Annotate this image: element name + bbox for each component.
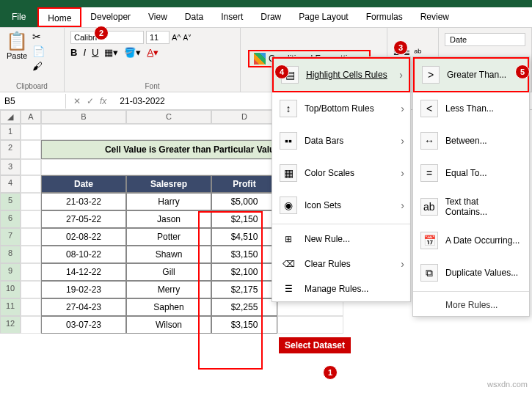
- menu-highlight-cells-rules[interactable]: ▤ Highlight Cells Rules: [272, 57, 410, 92]
- cell[interactable]: [21, 246, 41, 263]
- manage-icon: ☰: [280, 284, 297, 294]
- cf-dropdown: ▤ Highlight Cells Rules ↕ Top/Bottom Rul…: [272, 56, 411, 302]
- date-icon: 📅: [420, 232, 438, 249]
- menu-color-scales[interactable]: ▦ Color Scales: [272, 157, 410, 189]
- tab-view[interactable]: View: [139, 7, 176, 27]
- row-2[interactable]: 2: [0, 140, 21, 159]
- row-6[interactable]: 6: [0, 210, 21, 228]
- tab-formulas[interactable]: Formulas: [357, 7, 412, 27]
- tab-file[interactable]: File: [0, 7, 37, 27]
- tab-data[interactable]: Data: [176, 7, 212, 27]
- row-3[interactable]: 3: [0, 159, 21, 175]
- bold-button[interactable]: B: [70, 47, 77, 58]
- menu-less-than[interactable]: < Less Than...: [413, 92, 529, 125]
- row-5[interactable]: 5: [0, 193, 21, 210]
- menu-label: A Date Occurring...: [445, 235, 520, 246]
- cut-icon[interactable]: ✂: [32, 31, 45, 43]
- menu-equal-to[interactable]: = Equal To...: [413, 157, 529, 189]
- tab-draw[interactable]: Draw: [252, 7, 290, 27]
- cell-profit[interactable]: $5,000: [211, 193, 277, 210]
- cell-date[interactable]: 27-04-23: [41, 298, 126, 316]
- row-12[interactable]: 12: [0, 316, 21, 334]
- text-icon: ab: [420, 198, 438, 216]
- menu-label: Manage Rules...: [305, 284, 368, 294]
- border-icon[interactable]: ▦▾: [104, 47, 118, 58]
- enter-icon[interactable]: ✓: [87, 96, 94, 106]
- menu-icon-sets[interactable]: ◉ Icon Sets: [272, 189, 410, 221]
- cell[interactable]: [21, 316, 41, 334]
- cell[interactable]: [21, 228, 41, 246]
- cell[interactable]: [21, 281, 41, 298]
- col-A[interactable]: A: [21, 110, 41, 124]
- tab-pagelayout[interactable]: Page Layout: [290, 7, 357, 27]
- menu-label: Text that Contains...: [445, 196, 522, 217]
- menu-text-contains[interactable]: ab Text that Contains...: [413, 189, 529, 224]
- decrease-font-icon[interactable]: A˅: [183, 34, 192, 42]
- row-1[interactable]: 1: [0, 124, 21, 140]
- menu-clear-rules[interactable]: ⌫ Clear Rules: [272, 251, 410, 276]
- fx-icon[interactable]: fx: [100, 96, 106, 106]
- cell-date[interactable]: 08-10-22: [41, 246, 126, 263]
- cell[interactable]: [21, 124, 41, 140]
- menu-date-occurring[interactable]: 📅 A Date Occurring...: [413, 224, 529, 257]
- cell[interactable]: [21, 193, 41, 210]
- fill-color-icon[interactable]: 🪣▾: [124, 47, 141, 58]
- number-format-select[interactable]: Date: [445, 33, 525, 46]
- col-B[interactable]: B: [41, 110, 126, 124]
- underline-button[interactable]: U: [92, 47, 98, 58]
- menu-more-rules[interactable]: More Rules...: [413, 294, 529, 316]
- cell[interactable]: [21, 175, 41, 193]
- select-all[interactable]: ◢: [0, 110, 21, 124]
- menu-separator: [272, 224, 410, 224]
- row-7[interactable]: 7: [0, 228, 21, 246]
- increase-font-icon[interactable]: A^: [172, 33, 181, 42]
- menu-label: Between...: [445, 136, 487, 146]
- row-8[interactable]: 8: [0, 246, 21, 263]
- cell-date[interactable]: 19-02-23: [41, 281, 126, 298]
- cell-date[interactable]: 27-05-22: [41, 210, 126, 228]
- header-date[interactable]: Date: [41, 175, 126, 193]
- menu-duplicate-values[interactable]: ⧉ Duplicate Values...: [413, 257, 529, 289]
- cancel-icon[interactable]: ✕: [73, 96, 81, 106]
- format-painter-icon[interactable]: 🖌: [32, 60, 45, 72]
- copy-icon[interactable]: 📄: [32, 45, 45, 57]
- tab-insert[interactable]: Insert: [212, 7, 252, 27]
- formula-value[interactable]: 21-03-2022: [114, 94, 170, 109]
- header-salesrep[interactable]: Salesrep: [126, 175, 211, 193]
- menu-top-bottom-rules[interactable]: ↕ Top/Bottom Rules: [272, 92, 410, 125]
- cell[interactable]: [21, 298, 41, 316]
- cell-date[interactable]: 03-07-23: [41, 316, 126, 334]
- tab-home[interactable]: Home: [37, 7, 81, 27]
- menu-greater-than[interactable]: > Greater Than...: [413, 57, 529, 92]
- cell-date[interactable]: 02-08-22: [41, 228, 126, 246]
- cell-rep[interactable]: Harry: [126, 193, 211, 210]
- row-4[interactable]: 4: [0, 175, 21, 193]
- cell[interactable]: [21, 210, 41, 228]
- menu-manage-rules[interactable]: ☰ Manage Rules...: [272, 276, 410, 301]
- tab-developer[interactable]: Developer: [81, 7, 139, 27]
- menu-label: Icon Sets: [305, 200, 341, 210]
- col-C[interactable]: C: [126, 110, 211, 124]
- cell[interactable]: [21, 159, 41, 175]
- italic-button[interactable]: I: [83, 47, 86, 58]
- cell-date[interactable]: 14-12-22: [41, 263, 126, 281]
- col-D[interactable]: D: [211, 110, 277, 124]
- row-9[interactable]: 9: [0, 263, 21, 281]
- menu-new-rule[interactable]: ⊞ New Rule...: [272, 227, 410, 251]
- tab-review[interactable]: Review: [412, 7, 458, 27]
- name-box[interactable]: B5: [0, 94, 66, 109]
- header-profit[interactable]: Profit: [211, 175, 277, 193]
- cell[interactable]: [21, 263, 41, 281]
- cell-date[interactable]: 21-03-22: [41, 193, 126, 210]
- cell[interactable]: [277, 316, 343, 334]
- paste-label: Paste: [6, 51, 28, 60]
- cell[interactable]: [21, 140, 41, 159]
- font-size-select[interactable]: [146, 31, 170, 44]
- font-color-icon[interactable]: A▾: [147, 47, 158, 58]
- callout-1: 1: [323, 365, 338, 380]
- row-10[interactable]: 10: [0, 281, 21, 298]
- menu-between[interactable]: ↔ Between...: [413, 125, 529, 157]
- row-11[interactable]: 11: [0, 298, 21, 316]
- paste-button[interactable]: 📋 Paste: [6, 31, 28, 72]
- menu-data-bars[interactable]: ▪▪ Data Bars: [272, 125, 410, 157]
